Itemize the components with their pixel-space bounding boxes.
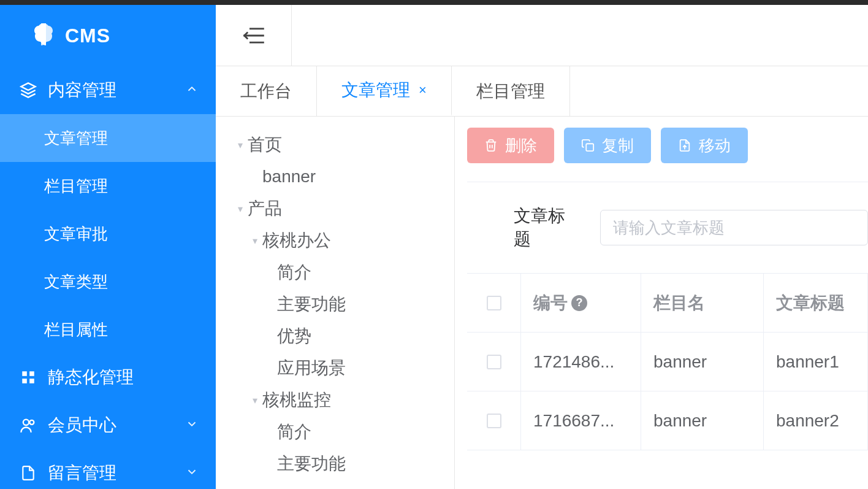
article-table: 编号 ? 栏目名 文章标题 1721486... banner banner1 xyxy=(467,273,868,450)
brain-icon xyxy=(31,22,56,49)
sidebar-item-article-approve[interactable]: 文章审批 xyxy=(0,210,216,258)
sidebar-item-label: 栏目管理 xyxy=(44,175,199,197)
brand-name: CMS xyxy=(65,25,110,47)
tree-node-label: banner xyxy=(262,167,316,187)
chevron-down-icon xyxy=(185,415,199,435)
sidebar-section-label: 会员中心 xyxy=(48,414,185,437)
sidebar-item-column-attr[interactable]: 栏目属性 xyxy=(0,306,216,353)
cell-title: banner2 xyxy=(764,391,868,450)
svg-point-5 xyxy=(23,420,29,425)
svg-rect-1 xyxy=(22,371,27,376)
sidebar-section-message[interactable]: 留言管理 xyxy=(0,449,216,489)
tree-node-banner[interactable]: banner xyxy=(216,161,454,193)
tree-node-main-func[interactable]: 主要功能 xyxy=(216,288,454,320)
tab-article-manage[interactable]: 文章管理 × xyxy=(317,66,452,116)
tab-label: 文章管理 xyxy=(341,79,410,102)
tab-column-manage[interactable]: 栏目管理 xyxy=(452,66,570,116)
sidebar-item-label: 文章类型 xyxy=(44,271,199,293)
caret-down-icon: ▾ xyxy=(248,395,262,406)
tree-node-label: 产品 xyxy=(248,197,282,220)
delete-button[interactable]: 删除 xyxy=(467,128,554,163)
tree-node-hetao-office[interactable]: ▾核桃办公 xyxy=(216,225,454,256)
tree-node-main-func2[interactable]: 主要功能 xyxy=(216,448,454,480)
sidebar-section-member[interactable]: 会员中心 xyxy=(0,401,216,449)
tree-node-label: 主要功能 xyxy=(277,293,346,316)
tree-node-home[interactable]: ▾首页 xyxy=(216,129,454,161)
chevron-down-icon xyxy=(185,463,199,483)
tree-node-label: 优势 xyxy=(277,325,311,348)
copy-button[interactable]: 复制 xyxy=(564,128,651,163)
action-bar: 删除 复制 移动 xyxy=(467,128,868,182)
sidebar-section-label: 静态化管理 xyxy=(48,366,199,389)
sidebar-section-label: 内容管理 xyxy=(48,79,185,102)
main-content: 工作台 文章管理 × 栏目管理 ▾首页 banner ▾产品 ▾核桃办公 简介 xyxy=(216,5,868,489)
button-label: 移动 xyxy=(699,135,731,156)
tree-node-label: 应用场景 xyxy=(277,356,346,380)
caret-down-icon: ▾ xyxy=(233,203,248,215)
header xyxy=(216,5,868,66)
cell-id: 1716687... xyxy=(521,391,641,450)
cell-column: banner xyxy=(641,391,764,450)
tab-label: 栏目管理 xyxy=(476,80,545,103)
filter-row: 文章标题 xyxy=(467,182,868,273)
table-row[interactable]: 1721486... banner banner1 xyxy=(467,333,868,391)
col-header-id: 编号 ? xyxy=(521,274,641,332)
tree-node-hetao-monitor[interactable]: ▾核桃监控 xyxy=(216,384,454,416)
grid-icon xyxy=(18,369,38,385)
tree-node-label: 简介 xyxy=(277,261,311,284)
table-row[interactable]: 1716687... banner banner2 xyxy=(467,391,868,450)
sidebar-item-label: 文章审批 xyxy=(44,223,199,245)
user-icon xyxy=(18,417,38,434)
tab-workbench[interactable]: 工作台 xyxy=(216,66,317,116)
tree-node-advantage[interactable]: 优势 xyxy=(216,320,454,352)
caret-down-icon: ▾ xyxy=(248,235,262,247)
cell-id: 1721486... xyxy=(521,333,641,391)
tree-node-scenario[interactable]: 应用场景 xyxy=(216,352,454,384)
title-filter-input[interactable] xyxy=(600,210,868,245)
button-label: 删除 xyxy=(505,135,537,156)
sidebar-section-content[interactable]: 内容管理 xyxy=(0,66,216,114)
close-icon[interactable]: × xyxy=(419,82,427,98)
row-checkbox[interactable] xyxy=(487,355,501,369)
select-all-checkbox[interactable] xyxy=(487,296,501,310)
move-button[interactable]: 移动 xyxy=(661,128,748,163)
article-panel: 删除 复制 移动 文章标题 xyxy=(455,117,868,489)
col-header-column: 栏目名 xyxy=(641,274,764,332)
tabs: 工作台 文章管理 × 栏目管理 xyxy=(216,66,868,117)
sidebar-nav: 内容管理 文章管理 栏目管理 文章审批 文章 xyxy=(0,66,216,489)
sidebar-toggle-button[interactable] xyxy=(216,5,292,66)
tree-node-label: 主要功能 xyxy=(277,452,346,476)
caret-down-icon: ▾ xyxy=(233,139,248,151)
svg-rect-4 xyxy=(29,379,34,383)
row-checkbox[interactable] xyxy=(487,414,501,428)
sidebar-item-label: 栏目属性 xyxy=(44,319,199,341)
doc-icon xyxy=(18,464,38,482)
button-label: 复制 xyxy=(602,135,634,156)
svg-point-6 xyxy=(29,420,34,425)
sidebar-item-article-type[interactable]: 文章类型 xyxy=(0,258,216,306)
tree-node-label: 核桃监控 xyxy=(262,388,331,412)
tree-node-label: 首页 xyxy=(248,133,282,156)
tree-node-intro[interactable]: 简介 xyxy=(216,256,454,288)
category-tree: ▾首页 banner ▾产品 ▾核桃办公 简介 主要功能 优势 应用场景 ▾核桃… xyxy=(216,117,455,489)
svg-rect-10 xyxy=(586,144,593,151)
layers-icon xyxy=(18,82,38,99)
svg-rect-2 xyxy=(29,371,34,376)
chevron-up-icon xyxy=(185,80,199,100)
filter-label: 文章标题 xyxy=(514,204,582,251)
sidebar-section-static[interactable]: 静态化管理 xyxy=(0,353,216,401)
sidebar-item-column-manage[interactable]: 栏目管理 xyxy=(0,162,216,210)
svg-rect-3 xyxy=(22,379,27,383)
sidebar: CMS 内容管理 文章管理 栏目管理 xyxy=(0,5,216,489)
col-header-title: 文章标题 xyxy=(764,274,868,332)
sidebar-item-article-manage[interactable]: 文章管理 xyxy=(0,114,216,162)
tree-node-intro2[interactable]: 简介 xyxy=(216,416,454,448)
table-header-row: 编号 ? 栏目名 文章标题 xyxy=(467,274,868,333)
sidebar-item-label: 文章管理 xyxy=(44,128,199,149)
cell-column: banner xyxy=(641,333,764,391)
tree-node-label: 简介 xyxy=(277,420,311,444)
tab-label: 工作台 xyxy=(240,80,292,103)
logo: CMS xyxy=(0,5,216,66)
help-icon[interactable]: ? xyxy=(571,295,587,311)
tree-node-product[interactable]: ▾产品 xyxy=(216,193,454,225)
